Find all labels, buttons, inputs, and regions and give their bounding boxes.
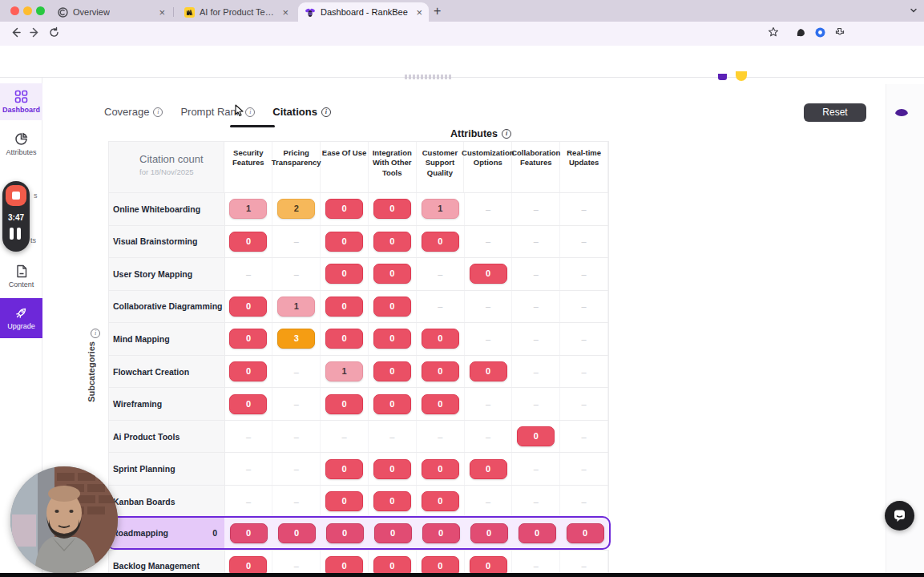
citation-chip[interactable]: 0	[374, 523, 412, 543]
citation-chip[interactable]: 0	[373, 297, 411, 317]
citation-chip[interactable]: 0	[325, 199, 363, 219]
citation-chip[interactable]: 0	[470, 361, 507, 381]
empty-dash: –	[582, 432, 587, 442]
citation-chip[interactable]: 0	[422, 232, 459, 252]
table-row[interactable]: Flowchart Creation0–1000––	[108, 355, 609, 388]
citation-chip[interactable]: 0	[422, 394, 459, 414]
info-icon[interactable]: i	[502, 129, 511, 139]
back-button[interactable]	[10, 26, 22, 38]
close-tab-icon[interactable]: ×	[282, 7, 288, 18]
browser-tab[interactable]: Overview×	[51, 2, 171, 22]
sidebar-item-dashboard[interactable]: Dashboard	[0, 83, 42, 120]
citation-chip[interactable]: 0	[373, 329, 411, 349]
extension-blue-icon[interactable]	[814, 26, 827, 39]
citation-chip[interactable]: 0	[422, 361, 459, 381]
citation-chip[interactable]: 0	[278, 523, 316, 543]
right-gutter	[886, 84, 924, 574]
table-row[interactable]: Wireframing0–000–––	[108, 387, 609, 420]
close-tab-icon[interactable]: ×	[416, 7, 422, 18]
tab-search-chevron-icon[interactable]	[910, 6, 918, 14]
sidebar-item-attributes[interactable]: Attributes	[0, 132, 42, 156]
close-tab-icon[interactable]: ×	[159, 7, 165, 18]
maximize-window-button[interactable]	[36, 6, 45, 15]
tab-coverage[interactable]: Coveragei	[104, 106, 163, 118]
citation-chip[interactable]: 0	[470, 523, 508, 543]
value-cell: 0	[417, 388, 465, 420]
tab-title: Overview	[73, 7, 110, 17]
citation-chip[interactable]: 2	[277, 199, 315, 219]
citation-chip[interactable]: 1	[422, 199, 459, 219]
citation-chip[interactable]: 0	[422, 329, 459, 349]
stop-recording-button[interactable]	[6, 185, 26, 206]
citation-chip[interactable]: 0	[373, 394, 411, 414]
citation-chip[interactable]: 0	[373, 491, 411, 511]
citation-chip[interactable]: 0	[422, 523, 460, 543]
reload-button[interactable]	[48, 26, 60, 38]
column-header: Integration With Other Tools	[369, 142, 417, 192]
table-row[interactable]: Visual Brainstorming0–000–––	[108, 225, 609, 258]
citation-chip[interactable]: 0	[325, 491, 363, 511]
citation-chip[interactable]: 0	[373, 361, 411, 381]
browser-tab[interactable]: Dashboard - RankBee×	[298, 2, 429, 22]
info-icon[interactable]: i	[245, 107, 255, 117]
citation-chip[interactable]: 0	[325, 394, 363, 414]
citation-chip[interactable]: 3	[277, 329, 315, 349]
table-row[interactable]: Kanban Boards––000–––	[108, 485, 609, 518]
table-row[interactable]: Collaborative Diagramming0100––––	[108, 290, 609, 323]
close-window-button[interactable]	[10, 6, 19, 15]
citation-chip[interactable]: 1	[229, 199, 267, 219]
extensions-puzzle-icon[interactable]	[833, 26, 846, 39]
pause-recording-button[interactable]	[10, 228, 22, 240]
citation-chip[interactable]: 0	[229, 361, 267, 381]
table-row[interactable]: Ai Product Tools––––––0–	[108, 420, 609, 453]
citation-chip[interactable]: 0	[518, 523, 556, 543]
table-row[interactable]: Roadmapping000000000	[107, 516, 611, 550]
empty-dash: –	[246, 269, 251, 279]
value-cell: 0	[321, 226, 369, 258]
citation-chip[interactable]: 0	[422, 459, 459, 479]
citation-chip[interactable]: 1	[277, 297, 315, 317]
table-row[interactable]: Online Whiteboarding12001–––	[108, 192, 609, 225]
citation-chip[interactable]: 0	[373, 232, 411, 252]
citation-chip[interactable]: 0	[422, 491, 459, 511]
screen-recorder-widget[interactable]: 3:47	[2, 181, 30, 252]
tab-citations[interactable]: Citationsi	[272, 106, 331, 118]
citation-chip[interactable]: 0	[229, 297, 267, 317]
new-tab-button[interactable]: +	[434, 4, 441, 18]
citation-chip[interactable]: 0	[229, 232, 267, 252]
citation-chip[interactable]: 0	[325, 232, 363, 252]
citation-chip[interactable]: 0	[229, 394, 267, 414]
browser-tab[interactable]: AI for Product Teams | Conne×	[178, 2, 295, 22]
table-row[interactable]: User Story Mapping––00–0––	[108, 257, 609, 290]
citation-chip[interactable]: 0	[517, 426, 555, 446]
citation-chip[interactable]: 0	[373, 459, 411, 479]
citation-chip[interactable]: 0	[230, 523, 268, 543]
citation-chip[interactable]: 1	[325, 361, 363, 381]
info-icon[interactable]: i	[91, 329, 100, 338]
table-row[interactable]: Mind Mapping03000–––	[108, 322, 609, 355]
forward-button[interactable]	[29, 26, 41, 38]
citation-chip[interactable]: 0	[470, 459, 507, 479]
sidebar-item-upgrade[interactable]: Upgrade	[0, 298, 42, 338]
citation-chip[interactable]: 0	[470, 264, 507, 284]
minimize-window-button[interactable]	[23, 6, 32, 15]
citation-chip[interactable]: 0	[325, 329, 363, 349]
mouse-cursor	[234, 104, 245, 117]
table-row[interactable]: Sprint Planning––0000––	[108, 452, 609, 485]
citation-chip[interactable]: 0	[325, 297, 363, 317]
citation-chip[interactable]: 0	[325, 264, 363, 284]
citation-chip[interactable]: 0	[567, 523, 604, 543]
info-icon[interactable]: i	[321, 107, 331, 117]
citation-chip[interactable]: 0	[373, 264, 411, 284]
chat-launcher-button[interactable]	[885, 501, 914, 531]
reset-button[interactable]: Reset	[804, 103, 866, 122]
citation-chip[interactable]: 0	[326, 523, 364, 543]
citation-chip[interactable]: 0	[373, 199, 411, 219]
pie-icon	[14, 132, 28, 146]
citation-chip[interactable]: 0	[325, 459, 363, 479]
info-icon[interactable]: i	[153, 107, 163, 117]
extension-claw-icon[interactable]	[795, 26, 808, 39]
citation-chip[interactable]: 0	[229, 329, 267, 349]
bookmark-star-icon[interactable]	[768, 26, 779, 38]
sidebar-item-content[interactable]: Content	[0, 264, 42, 288]
